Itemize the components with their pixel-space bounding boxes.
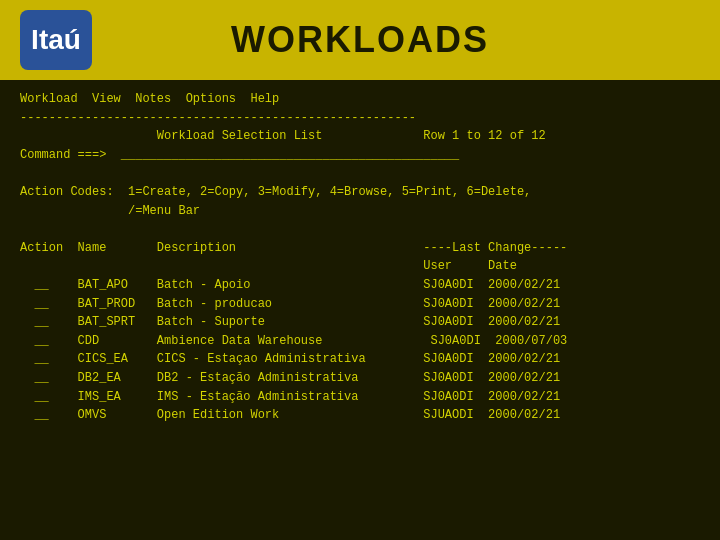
- screen-content: Workload View Notes Options Help -------…: [20, 90, 700, 425]
- logo: Itaú: [20, 10, 92, 70]
- main-screen: Itaú WORKLOADS Workload View Notes Optio…: [0, 0, 720, 540]
- page-title: WORKLOADS: [231, 19, 489, 61]
- content-area: Workload View Notes Options Help -------…: [0, 80, 720, 540]
- header-bar: Itaú WORKLOADS: [0, 0, 720, 80]
